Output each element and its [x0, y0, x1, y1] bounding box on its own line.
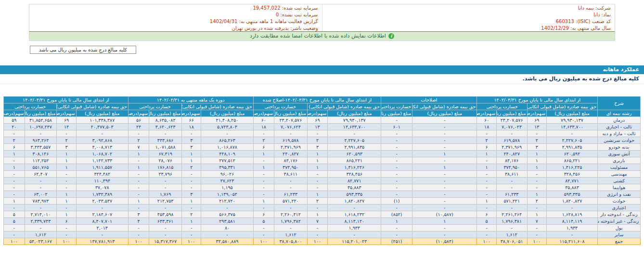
data-cell: ۶۱,۲۳۳ — [274, 191, 308, 198]
data-cell: ۳,۴۴۳,۵۵۷ — [25, 144, 57, 151]
data-cell: ۱۰۱,۳۳۸,۳۸۷ — [76, 117, 128, 124]
header-group: اصلاحات — [381, 97, 477, 103]
data-cell: - — [253, 171, 274, 178]
data-cell: ۲۷,۶۲۳ — [201, 178, 253, 184]
data-cell: ۱ — [307, 164, 327, 171]
info-label: سال مالی منتهی به: — [569, 26, 611, 31]
data-cell: ۷۹,۹۳۰,۱۳۷ — [328, 117, 381, 124]
data-cell: ۲۹۳,۵۸۱ — [201, 218, 253, 225]
header-amount: مبلغ (میلیون ریال) — [496, 110, 527, 117]
data-cell: - — [477, 171, 496, 178]
data-cell: - — [274, 184, 308, 191]
data-cell: ۱,۶۲۸,۸۱۹ — [546, 211, 597, 218]
row-label: حوادث — [598, 198, 641, 205]
table-row: زندگی - اندوخته دار۱,۶۲۸,۸۱۹۱۲,۲۶۱,۲۶۴۶(… — [4, 211, 641, 218]
data-cell: - — [25, 184, 57, 191]
data-cell: - — [4, 178, 25, 184]
data-cell: ۲,۲۲۷,۶۰۵ — [546, 137, 597, 144]
data-cell: ۱ — [412, 218, 477, 225]
data-cell: ۸۴,۱۷۶ — [274, 157, 308, 164]
data-cell: ۱۷۶,۸۱۵ — [149, 164, 182, 171]
data-cell: - — [527, 225, 546, 231]
row-label: سایر — [598, 231, 641, 238]
data-cell: ۲۱۲,۷۲۰ — [201, 198, 253, 205]
data-cell: ۲,۹۹۱,۸۳۵ — [546, 144, 597, 151]
table-row: حوادث۱,۸۲۰,۸۲۷۲۵۷۱,۲۲۱۱-(۱)۱,۸۲۰,۸۲۷۲۵۷۱… — [4, 198, 641, 205]
data-cell: ۱ — [307, 191, 327, 198]
header-amount: مبلغ (میلیون ریال) — [274, 110, 308, 117]
data-cell: (۱۰,۵۸۴) — [412, 238, 477, 245]
data-cell: ۵۷۱,۲۲۱ — [496, 198, 527, 205]
row-label: درمان — [598, 117, 641, 124]
monthly-performance-table: شرحاز ابتدای سال مالی تا پایان مورخ ۱۴۰۲… — [3, 96, 641, 245]
data-cell: ۳۲۸,۴۵۶ — [546, 171, 597, 178]
info-cell-right: سال مالی منتهی به: 1402/12/29 — [322, 25, 615, 31]
data-cell: - — [412, 225, 477, 231]
table-row: ثالث - مازاد و دیه------------------ — [4, 130, 641, 137]
data-cell: ۱۴,۶۳۳,۷۰۰ — [328, 124, 381, 130]
data-cell: ۲,۱۸۴,۶۰۷ — [76, 211, 128, 218]
data-cell: ۶ — [477, 144, 496, 151]
data-cell: - — [412, 124, 477, 130]
amounts-unit-button[interactable]: کلیه مبالغ درج شده به میلیون ریال می باش… — [30, 46, 136, 54]
header-group: از ابتدای سال مالی تا پایان مورخ ۱۴۰۲/۰۳… — [253, 97, 381, 103]
header-amount: مبلغ (میلیون ریال) — [412, 110, 477, 117]
row-label: ثالث - اجباری — [598, 124, 641, 130]
data-cell: ۲۳,۲۰۷,۵۷۶ — [274, 117, 308, 124]
data-cell: - — [527, 184, 546, 191]
data-cell: ۱۸ — [477, 124, 496, 130]
data-cell: ۲,۳۷۱,۹۶۹ — [496, 144, 527, 151]
data-cell: ۵۹ — [4, 117, 25, 124]
data-cell: ۹۶۳,۲۶۴ — [25, 137, 57, 144]
data-cell: ۱۱۲,۲۵۲ — [25, 157, 57, 164]
data-cell: ۱,۱۹۵ — [201, 184, 253, 191]
data-cell: ۳ — [182, 144, 201, 151]
data-cell: - — [381, 137, 412, 144]
info-row: نماد: داناسرمایه ثبت نشده: 0 — [29, 11, 615, 18]
data-cell: - — [128, 178, 149, 184]
data-cell: - — [128, 205, 149, 211]
data-cell: ۶۳,۰۰۲ — [25, 191, 57, 198]
data-cell: ۵۹۳,۳۳۵ — [328, 191, 381, 198]
data-cell: ۶ — [477, 211, 496, 218]
data-cell: ۵ — [4, 211, 25, 218]
data-cell: (۸۵۲) — [381, 211, 412, 218]
data-cell: - — [182, 231, 201, 238]
amounts-button-row: کلیه مبالغ درج شده به میلیون ریال می باش… — [0, 41, 644, 54]
data-cell: - — [546, 205, 597, 211]
data-cell: ۱ — [57, 164, 76, 171]
data-cell: ۲ — [182, 211, 201, 218]
data-cell: ۶۱۹,۵۷۸ — [496, 137, 527, 144]
data-cell: ۱,۶۱۲ — [25, 231, 57, 238]
notice-text: اطلاعات نمایش داده شده با اطلاعات امضا ش… — [250, 33, 386, 39]
data-cell: - — [477, 184, 496, 191]
data-cell: - — [381, 144, 412, 151]
table-header: شرحاز ابتدای سال مالی تا پایان مورخ ۱۴۰۲… — [4, 97, 641, 117]
data-cell: ۱ — [253, 164, 274, 171]
data-cell: ۸۰ — [201, 225, 253, 231]
info-label: سرمایه ثبت نشده: — [279, 12, 318, 17]
data-cell: - — [412, 117, 477, 124]
data-cell: - — [381, 225, 412, 231]
table-row: حوادث سرنشین۲,۲۲۷,۶۰۵۲۶۱۹,۵۷۸۲--۲,۲۲۷,۶۰… — [4, 137, 641, 144]
info-row: شرکت: بیمه داناسرمایه ثبت شده: 19,457,02… — [29, 4, 615, 11]
data-cell: ۷ — [128, 144, 149, 151]
header-premium: حق بیمه صادره (شامل قبولی اتکایی) — [307, 103, 381, 110]
data-cell: - — [412, 130, 477, 137]
data-cell: ۱ — [477, 198, 496, 205]
header-share: سهم(درصد) — [253, 110, 274, 117]
data-cell: ۱۱۵,۲۰۱,۰۲۴ — [328, 238, 381, 245]
row-label: باربری — [598, 157, 641, 164]
data-cell: ۱,۸۲۰,۸۲۷ — [546, 198, 597, 205]
info-value: 660313 — [556, 19, 574, 24]
header-amount: مبلغ (میلیون ریال) — [546, 110, 597, 117]
data-cell: ۷ — [527, 218, 546, 225]
data-cell: ۵۷۱,۲۲۰ — [274, 198, 308, 205]
data-cell: ۲ — [307, 137, 327, 144]
data-cell: ۱ — [182, 198, 201, 205]
data-cell: ۱۸ — [182, 124, 201, 130]
data-cell: ۶ — [4, 144, 25, 151]
table-row: هواپیما۳۵,۸۸۳-----۳۵,۸۸۳---۱,۱۹۵---۳۷,۰۷… — [4, 184, 641, 191]
data-cell: (۲۵۱) — [381, 238, 412, 245]
data-cell: - — [4, 191, 25, 198]
